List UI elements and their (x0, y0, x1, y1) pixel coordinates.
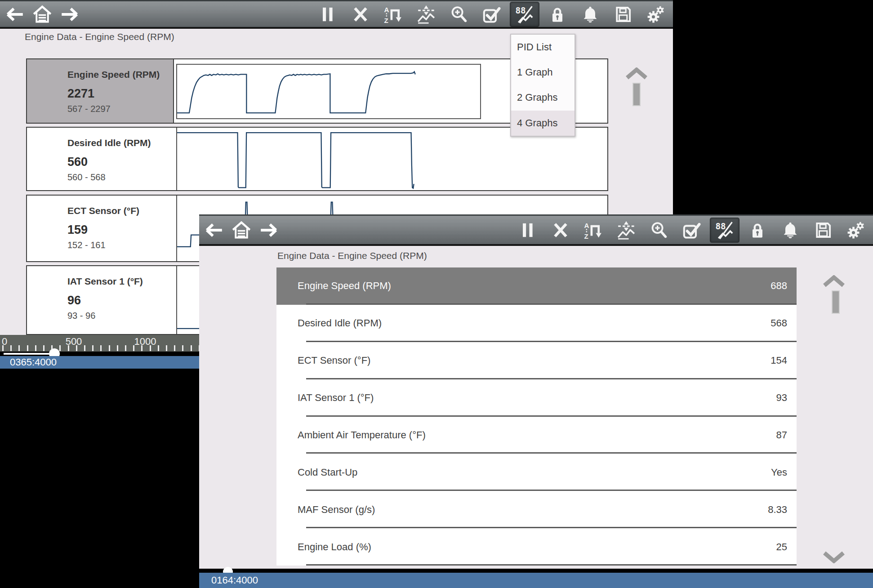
pid-value: 688 (771, 280, 787, 292)
sort-az-icon[interactable] (577, 220, 610, 240)
pid-name: ECT Sensor (°F) (67, 205, 174, 216)
clear-icon[interactable] (344, 4, 377, 24)
pid-list-row-ambient-air-temperature[interactable]: Ambient Air Temperature (°F) 87 (276, 417, 797, 454)
chevron-up-icon (822, 275, 846, 288)
pid-value: 87 (776, 429, 787, 441)
pid-list-row-desired-idle[interactable]: Desired Idle (RPM) 568 (276, 305, 797, 342)
forward-icon[interactable] (58, 4, 83, 25)
pid-current-value: 159 (67, 223, 174, 237)
settings-icon[interactable] (639, 4, 672, 24)
zoom-plus-icon[interactable] (642, 220, 675, 240)
ruler-tick (2, 345, 4, 351)
scroll-up-control[interactable] (822, 275, 849, 325)
ruler-tick (133, 345, 134, 351)
alarm-icon[interactable] (774, 220, 806, 240)
bg-toolbar (0, 0, 673, 29)
back-icon[interactable] (201, 219, 226, 241)
pid-list: Engine Speed (RPM) 688 Desired Idle (RPM… (276, 267, 797, 566)
pid-label-panel: Engine Speed (RPM) 2271 567 - 2297 (27, 59, 174, 123)
custom-scale-icon[interactable] (610, 220, 642, 240)
pid-value: 93 (776, 392, 787, 404)
ruler-tick (84, 345, 85, 351)
pid-name: MAF Sensor (g/s) (298, 504, 375, 516)
pid-list-row-engine-speed[interactable]: Engine Speed (RPM) 688 (276, 267, 797, 305)
home-icon[interactable] (30, 4, 55, 25)
ruler-tick (158, 345, 159, 351)
pid-value: 8.33 (768, 504, 787, 516)
pid-list-row-maf-sensor[interactable]: MAF Sensor (g/s) 8.33 (276, 491, 797, 528)
ruler-tick (68, 345, 69, 351)
sort-az-icon[interactable] (377, 4, 410, 24)
lock-icon[interactable] (541, 4, 574, 24)
ruler-tick (76, 345, 77, 351)
forward-icon[interactable] (257, 219, 282, 241)
ruler-tick (174, 345, 175, 351)
clear-icon[interactable] (544, 220, 577, 240)
pid-label-panel: Desired Idle (RPM) 560 560 - 568 (27, 128, 174, 190)
scroll-down-control[interactable] (822, 551, 849, 564)
pid-value: 154 (771, 355, 787, 366)
alarm-icon[interactable] (574, 4, 606, 24)
fg-toolbar (199, 214, 873, 246)
display-mode-icon[interactable] (710, 218, 739, 242)
pid-min-max-range: 93 - 96 (67, 311, 174, 321)
save-icon[interactable] (606, 4, 639, 24)
pid-name: Engine Load (%) (298, 541, 371, 553)
chevron-up-icon (625, 67, 648, 80)
pid-current-value: 560 (67, 155, 174, 169)
ruler-tick (182, 345, 183, 351)
view-mode-dropdown: PID List 1 Graph 2 Graphs 4 Graphs (510, 34, 575, 137)
save-icon[interactable] (806, 220, 839, 240)
pid-name: Desired Idle (RPM) (67, 138, 174, 148)
pid-min-max-range: 560 - 568 (67, 172, 174, 183)
pid-list-row-engine-load[interactable]: Engine Load (%) 25 (276, 528, 797, 566)
chevron-down-icon (822, 551, 846, 563)
pid-name: IAT Sensor 1 (°F) (298, 392, 374, 404)
home-icon[interactable] (229, 219, 254, 241)
pid-graph-plot (176, 128, 481, 190)
pid-name: Engine Speed (RPM) (67, 69, 173, 80)
ruler-tick (43, 345, 45, 351)
back-icon[interactable] (2, 4, 27, 25)
dropdown-item-2-graphs[interactable]: 2 Graphs (511, 85, 575, 110)
custom-scale-icon[interactable] (410, 4, 442, 24)
frame-counter: 0365:4000 (10, 356, 57, 368)
dropdown-item-4-graphs[interactable]: 4 Graphs (511, 111, 575, 136)
frame-counter-bar: 0164:4000 (199, 573, 873, 588)
pid-name: ECT Sensor (°F) (298, 355, 370, 366)
pid-list-row-cold-start-up[interactable]: Cold Start-Up Yes (276, 454, 797, 491)
scrollbar-thumb[interactable] (832, 290, 840, 314)
pause-icon[interactable] (311, 4, 344, 24)
pid-min-max-range: 152 - 161 (67, 240, 174, 250)
ruler-tick (117, 345, 118, 351)
zoom-plus-icon[interactable] (442, 4, 475, 24)
timeline-track[interactable] (199, 569, 873, 573)
ruler-tick (59, 345, 61, 351)
dropdown-item-pid-list[interactable]: PID List (511, 35, 575, 60)
pid-list-row-ect-sensor[interactable]: ECT Sensor (°F) 154 (276, 342, 797, 379)
pid-value: 568 (771, 317, 787, 329)
ruler-tick (125, 345, 126, 351)
pid-name: Ambient Air Temperature (°F) (298, 429, 426, 441)
pid-current-value: 2271 (67, 87, 173, 101)
settings-icon[interactable] (839, 220, 872, 240)
display-mode-icon[interactable] (510, 2, 539, 27)
pause-icon[interactable] (511, 220, 544, 240)
pid-list-row-iat-sensor[interactable]: IAT Sensor 1 (°F) 93 (276, 379, 797, 417)
pid-label-panel: ECT Sensor (°F) 159 152 - 161 (27, 196, 174, 261)
lock-icon[interactable] (741, 220, 774, 240)
dropdown-item-1-graph[interactable]: 1 Graph (511, 60, 575, 85)
ruler-tick (141, 345, 143, 351)
page-title: Engine Data - Engine Speed (RPM) (25, 31, 174, 42)
scroll-up-control[interactable] (625, 67, 648, 121)
pid-name: Desired Idle (RPM) (298, 317, 382, 329)
scrollbar-thumb[interactable] (632, 83, 641, 106)
confirm-icon[interactable] (675, 220, 708, 240)
pid-label-panel: IAT Sensor 1 (°F) 96 93 - 96 (27, 266, 174, 334)
page-title: Engine Data - Engine Speed (RPM) (277, 250, 427, 261)
frame-counter: 0164:4000 (211, 575, 258, 586)
pid-min-max-range: 567 - 2297 (67, 104, 173, 114)
pid-name: Engine Speed (RPM) (298, 280, 391, 292)
confirm-icon[interactable] (475, 4, 508, 24)
ruler-tick (92, 345, 94, 351)
